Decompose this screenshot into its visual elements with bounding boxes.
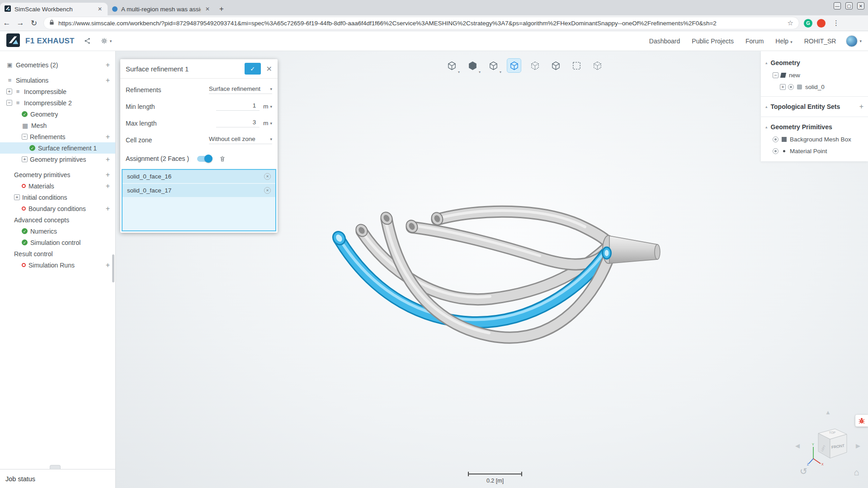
visibility-eye-icon[interactable] [788,84,794,90]
apply-button[interactable]: ✓ [245,63,261,75]
sidebar-collapse-handle[interactable] [50,465,61,469]
tab-close-icon[interactable]: ✕ [97,6,103,12]
tree-item-materials[interactable]: Materials+ [0,180,115,192]
section-title: Geometry Primitives [771,123,832,131]
view-cube-model[interactable]: TOP LEFT FRONT Y X Z [807,421,852,466]
add-button[interactable]: + [103,182,113,190]
refinement-type-select[interactable]: Surface refinement ▾ [209,85,272,94]
nav-link-help[interactable]: Help▾ [775,38,792,45]
rotate-right-icon[interactable]: ▶ [856,442,860,449]
new-tab-button[interactable]: + [215,3,228,15]
home-view-icon[interactable]: ⌂ [854,467,859,478]
assigned-face-solid-0-face-16[interactable]: solid_0_face_16✕ [123,170,275,184]
tab-close-icon[interactable]: ✕ [204,6,211,12]
tree-item-boundary-conditions[interactable]: Boundary conditions+ [0,203,115,214]
tree-item-incompressible[interactable]: +≡Incompressible [0,86,115,97]
nav-link-dashboard[interactable]: Dashboard [649,38,680,45]
maximize-button[interactable]: ▢ [845,2,853,9]
reload-button[interactable]: ↻ [27,19,41,28]
settings-gear-icon[interactable]: ▾ [100,37,112,45]
expand-icon[interactable]: + [14,194,20,200]
visibility-eye-icon[interactable] [773,136,778,142]
add-button[interactable]: + [103,205,113,213]
tree-item-simulation-control[interactable]: ✓Simulation control [0,237,115,248]
tree-item-simulations[interactable]: ≡Simulations+ [0,75,115,86]
unit-select[interactable]: m ▾ [263,120,272,127]
panel-item-new[interactable]: −new [761,69,868,81]
close-panel-icon[interactable]: ✕ [266,65,272,73]
collapse-icon[interactable]: − [773,72,778,78]
grammarly-extension-icon[interactable]: G [804,19,812,28]
tree-item-geometry-primitives[interactable]: Geometry primitives+ [0,169,115,180]
tree-item-incompressible-2[interactable]: −≡Incompressible 2 [0,97,115,108]
tree-item-geometry-primitives[interactable]: +Geometry primitives+ [0,154,115,165]
url-text: https://www.simscale.com/workbench/?pid=… [58,20,783,27]
share-icon[interactable] [84,37,91,45]
tab-simscale-workbench[interactable]: SimScale Workbench ✕ [0,3,108,15]
assignment-toggle[interactable] [197,156,212,162]
tree-item-result-control[interactable]: Result control [0,248,115,259]
sidebar-tree: ▣Geometries (2)+≡Simulations++≡Incompres… [0,51,115,271]
tree-item-geometry[interactable]: ✓Geometry [0,108,115,120]
add-button[interactable]: + [859,103,863,111]
tab-notification[interactable]: A multi-region mesh was assigne ✕ [108,3,215,15]
remove-face-icon[interactable]: ✕ [264,173,271,180]
panel-item-material-point[interactable]: Material Point [761,145,868,157]
tree-item-simulation-runs[interactable]: Simulation Runs+ [0,259,115,271]
add-button[interactable]: + [103,171,113,179]
add-button[interactable]: + [103,155,113,164]
close-window-button[interactable]: ✕ [857,2,864,9]
add-button[interactable]: + [103,76,113,84]
expand-icon[interactable]: + [22,156,28,162]
rotate-left-icon[interactable]: ◀ [795,442,800,449]
avatar[interactable] [846,35,858,47]
cell-zone-select[interactable]: Without cell zone ▾ [209,136,272,144]
tree-item-label: Initial conditions [22,194,67,201]
chevron-down-icon[interactable]: ▾ [859,39,862,43]
rotate-up-icon[interactable]: ▲ [825,409,831,416]
panel-item-solid-0[interactable]: +solid_0 [761,81,868,93]
bookmark-star-icon[interactable]: ☆ [788,19,793,27]
section-header-topological-entity-sets[interactable]: ▴Topological Entity Sets+ [761,100,868,113]
tree-item-mesh[interactable]: ▦Mesh [0,120,115,131]
nav-link-rohit-sr[interactable]: ROHIT_SR [804,38,836,45]
visibility-eye-icon[interactable] [773,148,778,154]
min-length-input[interactable]: 1 [216,102,259,111]
section-header-geometry-primitives[interactable]: ▴Geometry Primitives [761,121,868,133]
add-button[interactable]: + [103,61,113,69]
extension-icon[interactable] [817,19,826,28]
tree-item-refinements[interactable]: −Refinements+ [0,131,115,142]
collapse-icon[interactable]: − [22,134,28,140]
nav-link-forum[interactable]: Forum [745,38,764,45]
tree-item-numerics[interactable]: ✓Numerics [0,225,115,237]
tree-item-geometries-2[interactable]: ▣Geometries (2)+ [0,59,115,70]
add-button[interactable]: + [103,133,113,141]
remove-face-icon[interactable]: ✕ [264,187,271,194]
tree-item-advanced-concepts[interactable]: Advanced concepts [0,214,115,225]
panel-item-background-mesh-box[interactable]: Background Mesh Box [761,133,868,145]
section-header-geometry[interactable]: ▴Geometry [761,56,868,69]
back-button[interactable]: ← [0,19,14,28]
tree-item-initial-conditions[interactable]: +Initial conditions [0,192,115,203]
expand-icon[interactable]: + [780,84,786,90]
trash-icon[interactable] [219,155,226,163]
bug-report-button[interactable] [855,415,868,427]
address-bar[interactable]: https://www.simscale.com/workbench/?pid=… [43,17,799,29]
unit-select[interactable]: m ▾ [263,103,272,110]
rotate-view-icon[interactable]: ↺ [800,466,807,477]
sidebar-scrollbar[interactable] [112,254,114,282]
max-length-input[interactable]: 3 [216,119,259,127]
job-status-bar[interactable]: Job status [0,469,115,488]
expand-icon[interactable]: + [6,89,12,94]
tree-item-label: Mesh [31,122,47,129]
browser-menu-icon[interactable]: ⋮ [833,19,840,27]
tree-item-label: Result control [14,250,53,258]
forward-button[interactable]: → [14,19,27,28]
tree-item-surface-refinement-1[interactable]: ✓Surface refinement 1 [0,142,115,154]
assigned-face-solid-0-face-17[interactable]: solid_0_face_17✕ [123,184,275,198]
simscale-logo[interactable] [6,33,20,48]
nav-link-public-projects[interactable]: Public Projects [692,38,734,45]
add-button[interactable]: + [103,261,113,269]
minimize-button[interactable]: — [834,2,841,9]
collapse-icon[interactable]: − [6,100,12,106]
